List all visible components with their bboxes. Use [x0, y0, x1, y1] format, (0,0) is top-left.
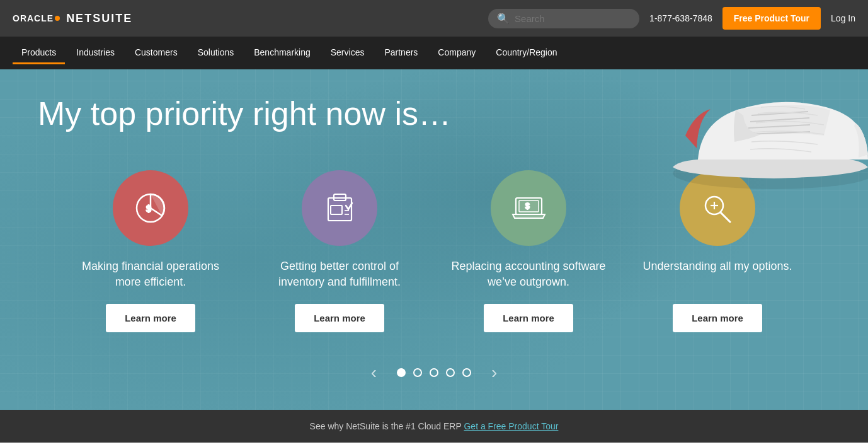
- carousel-dot-1[interactable]: [397, 368, 406, 377]
- svg-text:$: $: [146, 204, 151, 214]
- svg-line-18: [721, 212, 730, 222]
- learn-more-button-options[interactable]: Learn more: [673, 304, 762, 332]
- search-bar[interactable]: 🔍: [488, 9, 639, 28]
- hero-section: My top priority right now is… $ Making f…: [0, 69, 868, 410]
- carousel-dot-3[interactable]: [430, 368, 438, 377]
- card-text-accounting: Replacing accounting software we’ve outg…: [447, 258, 610, 290]
- nav-item-customers[interactable]: Customers: [126, 42, 186, 64]
- carousel-dot-2[interactable]: [413, 368, 422, 377]
- carousel-dot-5[interactable]: [462, 368, 471, 377]
- nav-item-services[interactable]: Services: [322, 42, 374, 64]
- shoe-illustration: [660, 73, 868, 199]
- nav-item-benchmarking[interactable]: Benchmarking: [245, 42, 319, 64]
- footer-tour-link[interactable]: Get a Free Product Tour: [464, 421, 558, 431]
- card-text-options: Understanding all my options.: [642, 258, 792, 290]
- login-link[interactable]: Log In: [831, 13, 855, 23]
- learn-more-button-accounting[interactable]: Learn more: [484, 304, 573, 332]
- logo: ORACLE NETSUITE: [13, 12, 132, 25]
- card-icon-inventory: [302, 170, 377, 246]
- carousel-nav: ‹ ›: [38, 364, 830, 381]
- card-inventory: Getting better control of inventory and …: [245, 164, 434, 345]
- nav-bar: Products Industries Customers Solutions …: [0, 37, 868, 69]
- card-financial: $ Making financial operations more effic…: [56, 164, 245, 345]
- nav-item-industries[interactable]: Industries: [67, 42, 123, 64]
- phone-number: 1-877-638-7848: [649, 13, 712, 23]
- logo-dot: [55, 16, 60, 21]
- footer-bar: See why NetSuite is the #1 Cloud ERP Get…: [0, 410, 868, 443]
- nav-item-country-region[interactable]: Country/Region: [487, 42, 566, 64]
- free-product-tour-button[interactable]: Free Product Tour: [722, 7, 821, 30]
- search-icon: 🔍: [497, 13, 510, 25]
- top-bar: ORACLE NETSUITE 🔍 1-877-638-7848 Free Pr…: [0, 0, 868, 37]
- card-text-financial: Making financial operations more efficie…: [69, 258, 232, 290]
- card-icon-accounting: $: [491, 170, 566, 246]
- nav-item-products[interactable]: Products: [13, 42, 65, 64]
- learn-more-button-financial[interactable]: Learn more: [106, 304, 195, 332]
- search-input[interactable]: [515, 13, 631, 24]
- footer-text: See why NetSuite is the #1 Cloud ERP: [310, 421, 462, 431]
- svg-text:$: $: [525, 202, 530, 211]
- learn-more-button-inventory[interactable]: Learn more: [295, 304, 384, 332]
- svg-rect-11: [331, 206, 342, 214]
- carousel-next-arrow[interactable]: ›: [479, 364, 510, 381]
- top-bar-right: 🔍 1-877-638-7848 Free Product Tour Log I…: [488, 7, 855, 30]
- carousel-dot-4[interactable]: [446, 368, 455, 377]
- carousel-prev-arrow[interactable]: ‹: [358, 364, 389, 381]
- card-text-inventory: Getting better control of inventory and …: [258, 258, 421, 290]
- card-icon-financial: $: [113, 170, 188, 246]
- oracle-text: ORACLE: [13, 13, 54, 23]
- nav-item-solutions[interactable]: Solutions: [189, 42, 243, 64]
- nav-item-company[interactable]: Company: [429, 42, 484, 64]
- card-accounting: $ Replacing accounting software we’ve ou…: [434, 164, 623, 345]
- nav-item-partners[interactable]: Partners: [375, 42, 426, 64]
- netsuite-text: NETSUITE: [66, 12, 132, 25]
